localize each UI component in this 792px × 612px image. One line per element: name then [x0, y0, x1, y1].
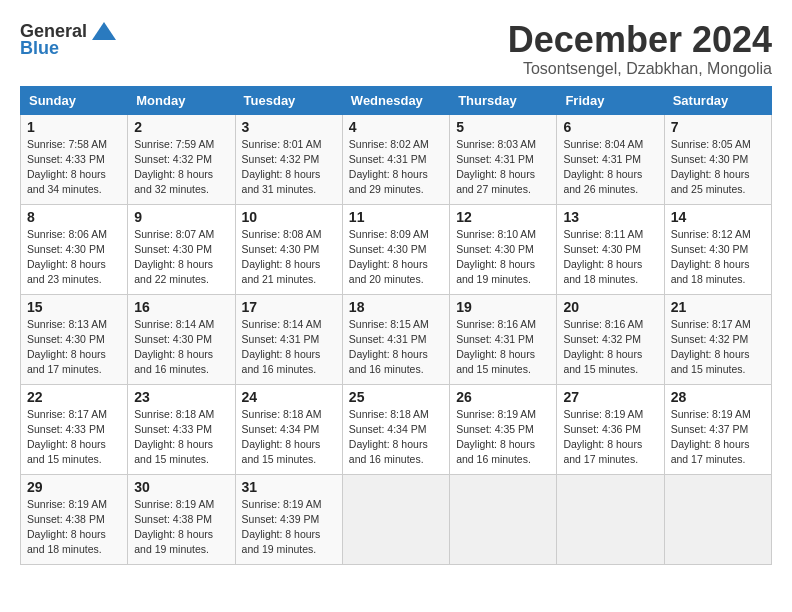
day-number: 28 — [671, 389, 765, 405]
calendar-cell: 17Sunrise: 8:14 AM Sunset: 4:31 PM Dayli… — [235, 294, 342, 384]
day-number: 6 — [563, 119, 657, 135]
day-number: 19 — [456, 299, 550, 315]
month-title: December 2024 — [508, 20, 772, 60]
day-info: Sunrise: 8:02 AM Sunset: 4:31 PM Dayligh… — [349, 137, 443, 198]
calendar-cell: 6Sunrise: 8:04 AM Sunset: 4:31 PM Daylig… — [557, 114, 664, 204]
col-header-friday: Friday — [557, 86, 664, 114]
col-header-wednesday: Wednesday — [342, 86, 449, 114]
day-info: Sunrise: 8:19 AM Sunset: 4:37 PM Dayligh… — [671, 407, 765, 468]
calendar-cell — [342, 474, 449, 564]
calendar-cell: 25Sunrise: 8:18 AM Sunset: 4:34 PM Dayli… — [342, 384, 449, 474]
calendar-cell: 21Sunrise: 8:17 AM Sunset: 4:32 PM Dayli… — [664, 294, 771, 384]
day-number: 20 — [563, 299, 657, 315]
logo: General Blue — [20, 20, 119, 59]
day-info: Sunrise: 8:08 AM Sunset: 4:30 PM Dayligh… — [242, 227, 336, 288]
day-info: Sunrise: 8:19 AM Sunset: 4:36 PM Dayligh… — [563, 407, 657, 468]
day-number: 12 — [456, 209, 550, 225]
calendar-week-row: 8Sunrise: 8:06 AM Sunset: 4:30 PM Daylig… — [21, 204, 772, 294]
day-info: Sunrise: 8:17 AM Sunset: 4:32 PM Dayligh… — [671, 317, 765, 378]
day-number: 31 — [242, 479, 336, 495]
day-info: Sunrise: 8:18 AM Sunset: 4:34 PM Dayligh… — [349, 407, 443, 468]
calendar-header-row: SundayMondayTuesdayWednesdayThursdayFrid… — [21, 86, 772, 114]
calendar-cell: 3Sunrise: 8:01 AM Sunset: 4:32 PM Daylig… — [235, 114, 342, 204]
calendar-cell: 2Sunrise: 7:59 AM Sunset: 4:32 PM Daylig… — [128, 114, 235, 204]
day-number: 15 — [27, 299, 121, 315]
day-info: Sunrise: 8:12 AM Sunset: 4:30 PM Dayligh… — [671, 227, 765, 288]
day-info: Sunrise: 8:06 AM Sunset: 4:30 PM Dayligh… — [27, 227, 121, 288]
day-number: 7 — [671, 119, 765, 135]
logo-blue: Blue — [20, 38, 59, 59]
calendar-cell: 20Sunrise: 8:16 AM Sunset: 4:32 PM Dayli… — [557, 294, 664, 384]
day-number: 16 — [134, 299, 228, 315]
day-number: 3 — [242, 119, 336, 135]
calendar-cell: 15Sunrise: 8:13 AM Sunset: 4:30 PM Dayli… — [21, 294, 128, 384]
day-info: Sunrise: 8:19 AM Sunset: 4:38 PM Dayligh… — [27, 497, 121, 558]
day-info: Sunrise: 8:18 AM Sunset: 4:34 PM Dayligh… — [242, 407, 336, 468]
day-info: Sunrise: 7:58 AM Sunset: 4:33 PM Dayligh… — [27, 137, 121, 198]
calendar-cell: 14Sunrise: 8:12 AM Sunset: 4:30 PM Dayli… — [664, 204, 771, 294]
day-info: Sunrise: 8:15 AM Sunset: 4:31 PM Dayligh… — [349, 317, 443, 378]
day-info: Sunrise: 8:04 AM Sunset: 4:31 PM Dayligh… — [563, 137, 657, 198]
calendar-cell — [450, 474, 557, 564]
day-number: 30 — [134, 479, 228, 495]
day-number: 22 — [27, 389, 121, 405]
day-number: 8 — [27, 209, 121, 225]
day-info: Sunrise: 8:05 AM Sunset: 4:30 PM Dayligh… — [671, 137, 765, 198]
day-info: Sunrise: 8:16 AM Sunset: 4:32 PM Dayligh… — [563, 317, 657, 378]
title-block: December 2024 Tosontsengel, Dzabkhan, Mo… — [508, 20, 772, 78]
day-number: 21 — [671, 299, 765, 315]
day-number: 26 — [456, 389, 550, 405]
day-number: 9 — [134, 209, 228, 225]
day-info: Sunrise: 8:10 AM Sunset: 4:30 PM Dayligh… — [456, 227, 550, 288]
day-info: Sunrise: 8:09 AM Sunset: 4:30 PM Dayligh… — [349, 227, 443, 288]
day-number: 2 — [134, 119, 228, 135]
calendar-cell: 7Sunrise: 8:05 AM Sunset: 4:30 PM Daylig… — [664, 114, 771, 204]
calendar-cell: 1Sunrise: 7:58 AM Sunset: 4:33 PM Daylig… — [21, 114, 128, 204]
col-header-saturday: Saturday — [664, 86, 771, 114]
day-info: Sunrise: 8:18 AM Sunset: 4:33 PM Dayligh… — [134, 407, 228, 468]
calendar-week-row: 15Sunrise: 8:13 AM Sunset: 4:30 PM Dayli… — [21, 294, 772, 384]
day-info: Sunrise: 8:19 AM Sunset: 4:38 PM Dayligh… — [134, 497, 228, 558]
calendar-cell: 13Sunrise: 8:11 AM Sunset: 4:30 PM Dayli… — [557, 204, 664, 294]
day-info: Sunrise: 8:19 AM Sunset: 4:35 PM Dayligh… — [456, 407, 550, 468]
day-info: Sunrise: 8:19 AM Sunset: 4:39 PM Dayligh… — [242, 497, 336, 558]
day-info: Sunrise: 8:11 AM Sunset: 4:30 PM Dayligh… — [563, 227, 657, 288]
calendar-cell — [557, 474, 664, 564]
calendar-cell: 29Sunrise: 8:19 AM Sunset: 4:38 PM Dayli… — [21, 474, 128, 564]
day-info: Sunrise: 8:01 AM Sunset: 4:32 PM Dayligh… — [242, 137, 336, 198]
day-number: 5 — [456, 119, 550, 135]
day-number: 10 — [242, 209, 336, 225]
col-header-thursday: Thursday — [450, 86, 557, 114]
day-info: Sunrise: 7:59 AM Sunset: 4:32 PM Dayligh… — [134, 137, 228, 198]
day-number: 14 — [671, 209, 765, 225]
svg-marker-0 — [92, 22, 116, 40]
subtitle: Tosontsengel, Dzabkhan, Mongolia — [508, 60, 772, 78]
calendar-cell: 8Sunrise: 8:06 AM Sunset: 4:30 PM Daylig… — [21, 204, 128, 294]
calendar-cell: 4Sunrise: 8:02 AM Sunset: 4:31 PM Daylig… — [342, 114, 449, 204]
calendar-cell: 19Sunrise: 8:16 AM Sunset: 4:31 PM Dayli… — [450, 294, 557, 384]
day-number: 13 — [563, 209, 657, 225]
day-number: 18 — [349, 299, 443, 315]
calendar-week-row: 22Sunrise: 8:17 AM Sunset: 4:33 PM Dayli… — [21, 384, 772, 474]
calendar-cell: 10Sunrise: 8:08 AM Sunset: 4:30 PM Dayli… — [235, 204, 342, 294]
day-number: 11 — [349, 209, 443, 225]
calendar-body: 1Sunrise: 7:58 AM Sunset: 4:33 PM Daylig… — [21, 114, 772, 564]
calendar-week-row: 1Sunrise: 7:58 AM Sunset: 4:33 PM Daylig… — [21, 114, 772, 204]
calendar-cell: 23Sunrise: 8:18 AM Sunset: 4:33 PM Dayli… — [128, 384, 235, 474]
calendar-cell — [664, 474, 771, 564]
calendar-week-row: 29Sunrise: 8:19 AM Sunset: 4:38 PM Dayli… — [21, 474, 772, 564]
calendar-cell: 16Sunrise: 8:14 AM Sunset: 4:30 PM Dayli… — [128, 294, 235, 384]
day-info: Sunrise: 8:03 AM Sunset: 4:31 PM Dayligh… — [456, 137, 550, 198]
day-number: 17 — [242, 299, 336, 315]
calendar-cell: 12Sunrise: 8:10 AM Sunset: 4:30 PM Dayli… — [450, 204, 557, 294]
calendar-cell: 31Sunrise: 8:19 AM Sunset: 4:39 PM Dayli… — [235, 474, 342, 564]
calendar-cell: 28Sunrise: 8:19 AM Sunset: 4:37 PM Dayli… — [664, 384, 771, 474]
day-info: Sunrise: 8:14 AM Sunset: 4:30 PM Dayligh… — [134, 317, 228, 378]
day-info: Sunrise: 8:14 AM Sunset: 4:31 PM Dayligh… — [242, 317, 336, 378]
col-header-monday: Monday — [128, 86, 235, 114]
day-number: 29 — [27, 479, 121, 495]
day-number: 27 — [563, 389, 657, 405]
day-number: 25 — [349, 389, 443, 405]
day-info: Sunrise: 8:13 AM Sunset: 4:30 PM Dayligh… — [27, 317, 121, 378]
calendar-cell: 30Sunrise: 8:19 AM Sunset: 4:38 PM Dayli… — [128, 474, 235, 564]
